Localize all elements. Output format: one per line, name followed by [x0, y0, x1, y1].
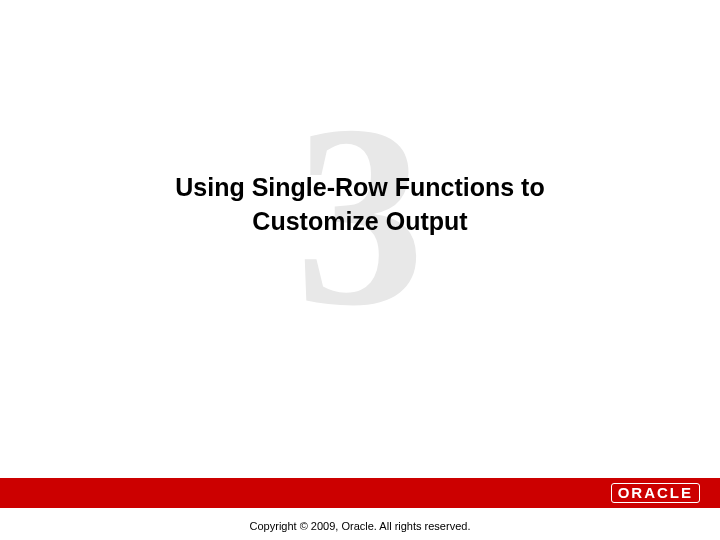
- oracle-logo: ORACLE: [611, 483, 700, 504]
- slide-title: Using Single-Row Functions to Customize …: [175, 171, 544, 239]
- copyright-text: Copyright © 2009, Oracle. All rights res…: [0, 520, 720, 532]
- slide-title-line1: Using Single-Row Functions to: [175, 173, 544, 201]
- slide-title-line2: Customize Output: [252, 207, 467, 235]
- slide-main-area: 3 Using Single-Row Functions to Customiz…: [0, 0, 720, 470]
- footer-bar: ORACLE: [0, 478, 720, 508]
- oracle-logo-text: ORACLE: [611, 483, 700, 504]
